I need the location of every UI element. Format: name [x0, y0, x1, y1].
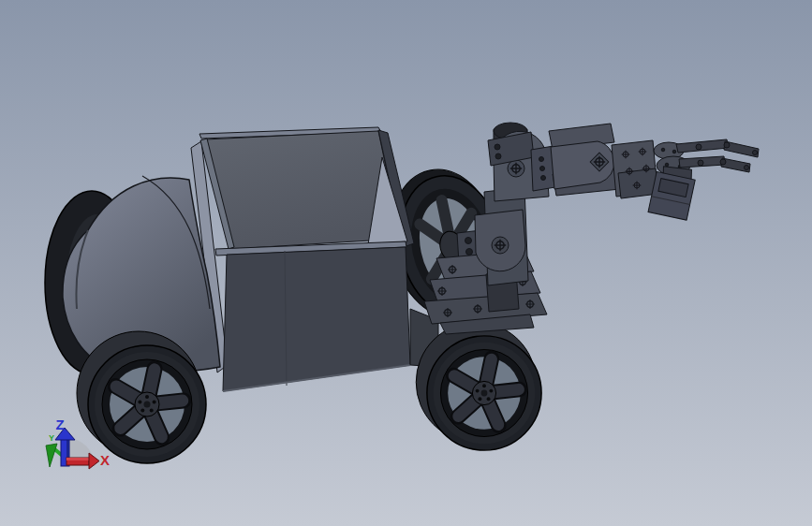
cargo-box[interactable] — [199, 127, 414, 256]
viewport-canvas: Y Z X — [0, 0, 812, 526]
x-axis-label: X — [100, 452, 110, 468]
y-axis-label: Y — [49, 433, 54, 443]
cad-viewport[interactable]: Y Z X — [0, 0, 812, 526]
z-axis-label: Z — [55, 416, 64, 432]
